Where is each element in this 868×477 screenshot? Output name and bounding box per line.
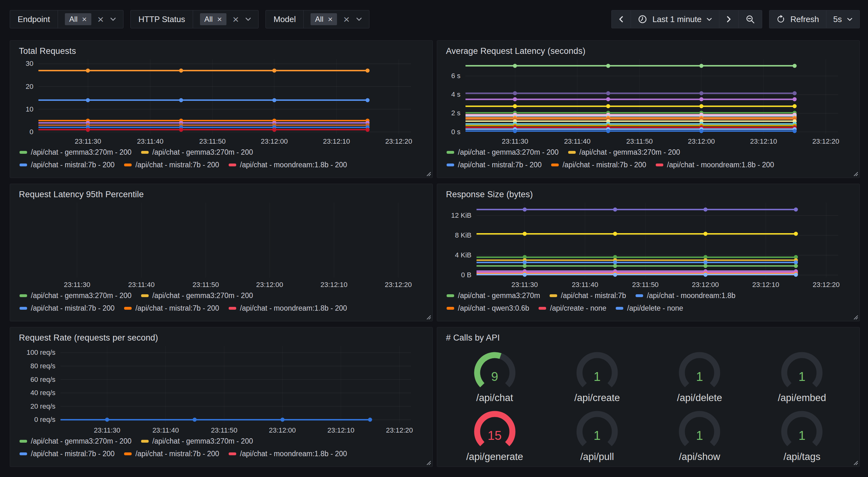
- data-point-dot: [703, 232, 707, 236]
- legend-series-label: /api/chat - moondream:1.8b - 200: [667, 161, 774, 169]
- legend-item[interactable]: /api/chat - gemma3:270m - 200: [20, 292, 132, 300]
- panel-title[interactable]: Response Size (bytes): [446, 190, 853, 200]
- panel-response-size: Response Size (bytes) 0 B4 KiB8 KiB12 Ki…: [437, 184, 860, 321]
- filter-model-value[interactable]: All × ×: [304, 10, 369, 28]
- time-zoom-out-button[interactable]: [738, 10, 762, 28]
- x-tick-label: 23:12:20: [812, 281, 840, 289]
- panel-resize-handle-icon[interactable]: [853, 171, 858, 176]
- legend-item[interactable]: /api/chat - gemma3:270m - 200: [20, 148, 132, 157]
- legend-row: /api/chat - gemma3:270m - 200/api/chat -…: [446, 148, 853, 157]
- legend-item[interactable]: /api/create - none: [538, 304, 606, 312]
- remove-tag-icon[interactable]: ×: [217, 15, 222, 23]
- x-tick-label: 23:11:40: [152, 426, 179, 435]
- legend-item[interactable]: /api/chat - mistral:7b - 200: [446, 161, 542, 169]
- filter-endpoint-tag-text: All: [69, 15, 78, 24]
- data-point-dot: [793, 97, 797, 101]
- legend-item[interactable]: /api/chat - qwen3:0.6b: [446, 304, 529, 312]
- legend-item[interactable]: /api/chat - moondream:1.8b - 200: [656, 161, 774, 169]
- refresh-interval-label: 5s: [833, 14, 842, 24]
- time-shift-back-button[interactable]: [612, 10, 630, 28]
- plot-canvas: [465, 59, 838, 134]
- refresh-button[interactable]: Refresh: [769, 10, 826, 28]
- data-point-dot: [523, 208, 527, 212]
- filter-model-tag[interactable]: All ×: [311, 13, 337, 25]
- clear-icon[interactable]: ×: [343, 14, 350, 25]
- legend-item[interactable]: /api/chat - gemma3:270m - 200: [141, 292, 253, 300]
- data-point-dot: [105, 418, 109, 422]
- clear-icon[interactable]: ×: [233, 14, 239, 25]
- legend-series-label: /api/chat - moondream:1.8b - 200: [240, 161, 347, 169]
- panel-title[interactable]: Request Latency 95th Percentile: [19, 190, 426, 200]
- legend-item[interactable]: /api/chat - moondream:1.8b - 200: [229, 450, 347, 458]
- time-range-label: Last 1 minute: [652, 14, 702, 24]
- x-tick-label: 23:12:00: [256, 281, 283, 289]
- panel-title[interactable]: # Calls by API: [446, 333, 853, 343]
- legend-item[interactable]: /api/chat - mistral:7b - 200: [20, 304, 115, 312]
- x-tick-label: 23:11:30: [94, 426, 120, 435]
- y-tick-label: 0 B: [461, 272, 471, 278]
- chevron-down-icon: [847, 17, 852, 22]
- dashboard-toolbar: Endpoint All × × HTTP Status All × × Mod…: [10, 10, 860, 28]
- chevron-down-icon[interactable]: [356, 17, 362, 22]
- x-tick-label: 23:12:00: [269, 426, 296, 435]
- legend-item[interactable]: /api/chat - gemma3:270m: [446, 292, 540, 300]
- legend-item[interactable]: /api/chat - gemma3:270m - 200: [568, 148, 680, 157]
- legend-item[interactable]: /api/chat - moondream:1.8b - 200: [229, 304, 347, 312]
- filter-http-status-tag-text: All: [205, 15, 213, 24]
- data-point-dot: [86, 128, 90, 132]
- time-range-picker[interactable]: Last 1 minute: [630, 10, 719, 28]
- legend-item[interactable]: /api/delete - none: [616, 304, 683, 312]
- legend-item[interactable]: /api/chat - mistral:7b - 200: [20, 450, 115, 458]
- gauge: 1/api/delete: [673, 348, 726, 404]
- legend-item[interactable]: /api/chat - mistral:7b - 200: [20, 161, 115, 169]
- legend-row: /api/chat - mistral:7b - 200/api/chat - …: [20, 304, 426, 312]
- time-shift-forward-button[interactable]: [719, 10, 738, 28]
- panel-resize-handle-icon[interactable]: [426, 315, 431, 320]
- legend-series-chip: [20, 163, 27, 166]
- panel-resize-handle-icon[interactable]: [853, 460, 858, 465]
- timeseries-chart: 0 req/s20 req/s40 req/s60 req/s80 req/s1…: [17, 346, 426, 464]
- filter-endpoint-tag[interactable]: All ×: [65, 13, 91, 25]
- y-tick-label: 60 req/s: [31, 376, 56, 383]
- data-point-dot: [513, 91, 517, 95]
- filter-http-status-tag[interactable]: All ×: [200, 13, 226, 25]
- legend-item[interactable]: /api/chat - gemma3:270m - 200: [141, 437, 253, 446]
- legend-item[interactable]: /api/chat - moondream:1.8b - 200: [229, 161, 347, 169]
- legend-item[interactable]: /api/chat - mistral:7b: [550, 292, 626, 300]
- data-point-dot: [793, 129, 797, 133]
- legend-row: /api/chat - mistral:7b - 200/api/chat - …: [20, 450, 426, 458]
- panel-resize-handle-icon[interactable]: [853, 315, 858, 320]
- legend-item[interactable]: /api/chat - mistral:7b - 200: [551, 161, 646, 169]
- legend-item[interactable]: /api/chat - mistral:7b - 200: [124, 161, 219, 169]
- legend-item[interactable]: /api/chat - gemma3:270m - 200: [20, 437, 132, 446]
- x-tick-label: 23:12:10: [328, 426, 354, 435]
- chevron-down-icon[interactable]: [245, 17, 251, 22]
- panel-resize-handle-icon[interactable]: [426, 171, 431, 176]
- filter-endpoint-value[interactable]: All × ×: [58, 10, 123, 28]
- filter-http-status-value[interactable]: All × ×: [193, 10, 258, 28]
- clear-icon[interactable]: ×: [98, 14, 104, 25]
- panel-title[interactable]: Request Rate (requests per second): [19, 333, 426, 343]
- plot: [476, 203, 838, 277]
- legend-item[interactable]: /api/chat - gemma3:270m - 200: [141, 148, 253, 157]
- panel-title[interactable]: Average Request Latency (seconds): [446, 46, 853, 56]
- legend-item[interactable]: /api/chat - gemma3:270m - 200: [446, 148, 559, 157]
- x-axis: 23:11:3023:11:4023:11:5023:12:0023:12:10…: [38, 134, 411, 147]
- data-point-dot: [793, 91, 797, 95]
- legend-item[interactable]: /api/chat - mistral:7b - 200: [124, 304, 219, 312]
- panel-resize-handle-icon[interactable]: [426, 460, 431, 465]
- data-point-dot: [365, 128, 369, 132]
- chevron-down-icon[interactable]: [110, 17, 116, 22]
- remove-tag-icon[interactable]: ×: [328, 15, 333, 23]
- refresh-interval-picker[interactable]: 5s: [826, 10, 860, 28]
- legend-series-chip: [20, 151, 27, 154]
- y-tick-label: 10: [26, 106, 33, 113]
- remove-tag-icon[interactable]: ×: [82, 15, 87, 23]
- plot-area: 0102030: [17, 59, 426, 134]
- x-tick-label: 23:12:00: [692, 281, 719, 289]
- legend-series-chip: [20, 307, 27, 310]
- data-point-dot: [606, 129, 610, 133]
- legend-item[interactable]: /api/chat - moondream:1.8b: [636, 292, 735, 300]
- panel-title[interactable]: Total Requests: [19, 46, 426, 56]
- legend-item[interactable]: /api/chat - mistral:7b - 200: [124, 450, 219, 458]
